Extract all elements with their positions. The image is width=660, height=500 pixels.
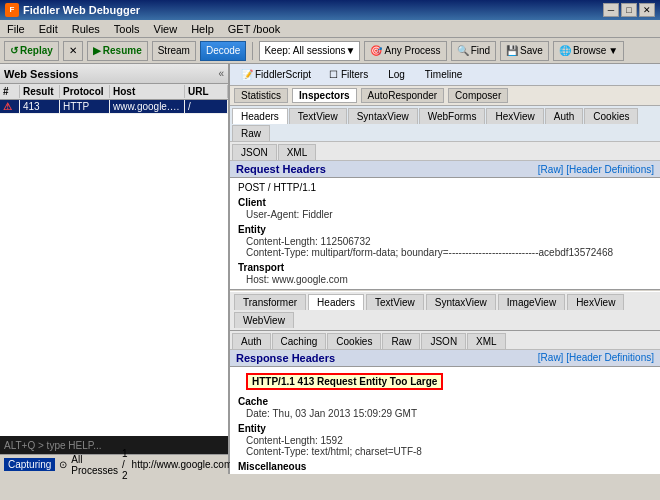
resp-subtab-raw[interactable]: Raw: [382, 333, 420, 349]
cmd-bar: ALT+Q > type HELP...: [0, 436, 228, 454]
menu-file[interactable]: File: [4, 23, 28, 35]
request-section-client: Client User-Agent: Fiddler: [238, 197, 652, 220]
menu-view[interactable]: View: [151, 23, 181, 35]
resp-line-contentlength: Content-Length: 1592: [238, 435, 652, 446]
session-url: /: [185, 100, 228, 113]
inspectors-tab[interactable]: Inspectors: [292, 88, 357, 103]
request-panel-header: Request Headers [Raw] [Header Definition…: [230, 161, 660, 178]
req-section-entity-title: Entity: [238, 224, 652, 235]
title-text: F Fiddler Web Debugger: [5, 3, 140, 17]
req-line-contenttype: Content-Type: multipart/form-data; bound…: [238, 247, 652, 258]
table-row[interactable]: ⚠ 413 HTTP www.google.com /: [0, 100, 228, 114]
req-tab-webforms[interactable]: WebForms: [419, 108, 486, 124]
sessions-table: # Result Protocol Host URL ⚠ 413 HTTP ww…: [0, 84, 228, 436]
req-tab-headers[interactable]: Headers: [232, 108, 288, 124]
save-icon: 💾: [506, 45, 518, 56]
right-panel: 📝 FiddlerScript ☐ Filters Log Timeline S…: [230, 64, 660, 474]
statistics-tab[interactable]: Statistics: [234, 88, 288, 103]
decode-button[interactable]: Decode: [200, 41, 246, 61]
req-line-useragent: User-Agent: Fiddler: [238, 209, 652, 220]
resume-button[interactable]: ▶ Resume: [87, 41, 148, 61]
resp-line-date: Date: Thu, 03 Jan 2013 15:09:29 GMT: [238, 408, 652, 419]
col-header-host: Host: [110, 85, 185, 98]
response-panel-header: Response Headers [Raw] [Header Definitio…: [230, 350, 660, 367]
http-status-container: HTTP/1.1 413 Request Entity Too Large: [238, 371, 652, 392]
sessions-title: Web Sessions: [4, 68, 78, 80]
request-first-line: POST / HTTP/1.1: [238, 182, 652, 193]
replay-button[interactable]: ↺ Replay: [4, 41, 59, 61]
toolbar: ↺ Replay ✕ ▶ Resume Stream Decode Keep: …: [0, 38, 660, 64]
resp-tab-headers[interactable]: Headers: [308, 294, 364, 310]
title-bar: F Fiddler Web Debugger ─ □ ✕: [0, 0, 660, 20]
request-panel-links[interactable]: [Raw] [Header Definitions]: [538, 164, 654, 175]
status-separator: ⊙: [59, 459, 67, 470]
req-tab-auth[interactable]: Auth: [545, 108, 584, 124]
collapse-button[interactable]: «: [218, 68, 224, 79]
x-button[interactable]: ✕: [63, 41, 83, 61]
timeline-tab[interactable]: Timeline: [416, 66, 471, 83]
all-processes-label: All Processes: [71, 454, 118, 476]
request-section: Headers TextView SyntaxView WebForms Hex…: [230, 106, 660, 289]
col-header-protocol: Protocol: [60, 85, 110, 98]
filter-checkbox-icon: ☐: [329, 69, 338, 80]
resp-tab-hexview[interactable]: HexView: [567, 294, 624, 310]
left-panel: Web Sessions « # Result Protocol Host UR…: [0, 64, 230, 474]
request-tabs-row2: JSON XML: [230, 142, 660, 161]
response-section-entity: Entity Content-Length: 1592 Content-Type…: [238, 423, 652, 457]
browse-button[interactable]: 🌐 Browse ▼: [553, 41, 624, 61]
req-tab-textview[interactable]: TextView: [289, 108, 347, 124]
resp-line-contenttype: Content-Type: text/html; charset=UTF-8: [238, 446, 652, 457]
resp-subtab-auth[interactable]: Auth: [232, 333, 271, 349]
fiddlerscript-tab[interactable]: 📝 FiddlerScript: [234, 66, 318, 83]
log-tab[interactable]: Log: [379, 66, 414, 83]
menu-get-book[interactable]: GET /book: [225, 23, 283, 35]
req-tab-syntaxview[interactable]: SyntaxView: [348, 108, 418, 124]
composer-tab[interactable]: Composer: [448, 88, 508, 103]
req-tab-hexview[interactable]: HexView: [486, 108, 543, 124]
separator: [252, 42, 253, 60]
keep-sessions-dropdown[interactable]: Keep: All sessions ▼: [259, 41, 360, 61]
response-section-cache: Cache Date: Thu, 03 Jan 2013 15:09:29 GM…: [238, 396, 652, 419]
menu-edit[interactable]: Edit: [36, 23, 61, 35]
capture-status[interactable]: Capturing: [4, 458, 55, 471]
page-info: 1 / 2: [122, 448, 128, 481]
resp-section-misc-title: Miscellaneous: [238, 461, 652, 472]
req-tab-raw[interactable]: Raw: [232, 125, 270, 141]
resume-icon: ▶: [93, 45, 101, 56]
req-tab-cookies[interactable]: Cookies: [584, 108, 638, 124]
minimize-button[interactable]: ─: [603, 3, 619, 17]
menu-rules[interactable]: Rules: [69, 23, 103, 35]
resp-tab-textview[interactable]: TextView: [366, 294, 424, 310]
sessions-col-header: # Result Protocol Host URL: [0, 84, 228, 100]
resp-subtab-caching[interactable]: Caching: [272, 333, 327, 349]
req-section-transport-title: Transport: [238, 262, 652, 273]
resp-tab-syntaxview[interactable]: SyntaxView: [426, 294, 496, 310]
autoresponder-tab[interactable]: AutoResponder: [361, 88, 445, 103]
menu-help[interactable]: Help: [188, 23, 217, 35]
resp-subtab-json[interactable]: JSON: [421, 333, 466, 349]
resp-section-entity-title: Entity: [238, 423, 652, 434]
resp-subtab-xml[interactable]: XML: [467, 333, 506, 349]
any-process-button[interactable]: 🎯 Any Process: [364, 41, 446, 61]
resp-section-cache-title: Cache: [238, 396, 652, 407]
resp-tab-transformer[interactable]: Transformer: [234, 294, 306, 310]
response-panel-links[interactable]: [Raw] [Header Definitions]: [538, 352, 654, 363]
resp-subtab-cookies[interactable]: Cookies: [327, 333, 381, 349]
app-icon: F: [5, 3, 19, 17]
col-header-result: Result: [20, 85, 60, 98]
close-button[interactable]: ✕: [639, 3, 655, 17]
save-button[interactable]: 💾 Save: [500, 41, 549, 61]
stream-button[interactable]: Stream: [152, 41, 196, 61]
req-tab-json[interactable]: JSON: [232, 144, 277, 160]
find-button[interactable]: 🔍 Find: [451, 41, 496, 61]
resp-tab-imageview[interactable]: ImageView: [498, 294, 565, 310]
req-line-host: Host: www.google.com: [238, 274, 652, 285]
resp-line-server: Server: GFE/2.0: [238, 473, 652, 475]
maximize-button[interactable]: □: [621, 3, 637, 17]
menu-tools[interactable]: Tools: [111, 23, 143, 35]
resp-tab-webview[interactable]: WebView: [234, 312, 294, 328]
filters-tab[interactable]: ☐ Filters: [320, 66, 377, 83]
error-icon: ⚠: [0, 100, 20, 113]
session-protocol: HTTP: [60, 100, 110, 113]
req-tab-xml[interactable]: XML: [278, 144, 317, 160]
